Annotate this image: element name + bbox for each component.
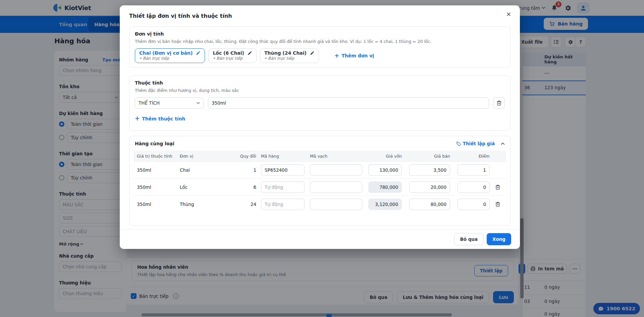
- units-section-description: Thêm đơn vị bán hoặc nhập như chai, lốc,…: [135, 39, 505, 44]
- variant-attribute: 350ml: [137, 202, 180, 207]
- variant-row: 350ml Thùng 24: [133, 196, 506, 213]
- barcode-input[interactable]: [310, 181, 362, 193]
- attribute-name-select[interactable]: THỂ TÍCH: [135, 97, 204, 109]
- delete-variant-button[interactable]: [494, 184, 502, 190]
- variant-conversion: 24: [231, 202, 256, 207]
- variant-unit: Thùng: [180, 202, 231, 207]
- modal-footer: Bỏ qua Xong: [120, 229, 520, 249]
- points-input[interactable]: [458, 181, 490, 193]
- price-setup-link[interactable]: Thiết lập giá: [456, 141, 495, 146]
- plus-icon: +: [334, 53, 339, 59]
- variant-conversion: 1: [231, 167, 256, 173]
- chevron-down-icon: [197, 102, 200, 104]
- trash-icon: [495, 202, 500, 207]
- attribute-value-input[interactable]: [208, 97, 489, 109]
- trash-icon: [495, 184, 500, 190]
- pencil-icon[interactable]: [248, 51, 252, 55]
- points-input[interactable]: [458, 199, 490, 210]
- attributes-section-title: Thuộc tính: [135, 80, 505, 86]
- delete-attribute-button[interactable]: [493, 97, 505, 109]
- variant-unit: Lốc: [180, 184, 231, 190]
- variant-unit: Chai: [180, 167, 231, 173]
- variant-attribute: 350ml: [137, 184, 180, 190]
- cost-input[interactable]: [368, 164, 402, 176]
- variants-section: Hàng cùng loại Thiết lập giá Giá trị thu…: [129, 136, 511, 226]
- chevron-up-icon: [501, 142, 505, 145]
- pencil-icon[interactable]: [196, 51, 201, 55]
- delete-variant-button[interactable]: [494, 202, 502, 207]
- attributes-section-description: Thêm đặc điểm như hương vị, dung tích, m…: [135, 88, 505, 93]
- product-code-input[interactable]: [261, 199, 305, 210]
- modal-title: Thiết lập đơn vị tính và thuộc tính: [129, 13, 232, 19]
- cost-input: [368, 199, 402, 210]
- add-unit-button[interactable]: + Thêm đơn vị: [334, 53, 374, 59]
- variant-row: 350ml Lốc 6: [133, 178, 506, 196]
- modal-skip-button[interactable]: Bỏ qua: [454, 233, 483, 245]
- plus-icon: +: [135, 116, 140, 121]
- unit-chip-chai[interactable]: Chai (Đơn vị cơ bản) Bán trực tiếp: [135, 48, 205, 63]
- unit-chip-thung[interactable]: Thùng (24 Chai) Bán trực tiếp: [260, 48, 319, 63]
- barcode-input[interactable]: [310, 199, 362, 210]
- units-section: Đơn vị tính Thêm đơn vị bán hoặc nhập nh…: [129, 27, 511, 67]
- units-section-title: Đơn vị tính: [135, 31, 505, 37]
- variant-row: 350ml Chai 1: [133, 161, 506, 178]
- variants-section-title: Hàng cùng loại: [135, 141, 174, 146]
- pencil-icon[interactable]: [310, 51, 315, 55]
- variant-attribute: 350ml: [137, 167, 180, 173]
- variant-conversion: 6: [231, 184, 256, 190]
- product-code-input[interactable]: [261, 181, 305, 193]
- trash-icon: [496, 100, 502, 106]
- unit-chip-loc[interactable]: Lốc (6 Chai) Bán trực tiếp: [208, 48, 257, 63]
- close-icon[interactable]: ✕: [506, 11, 511, 17]
- tag-icon: [456, 141, 461, 146]
- collapse-section-button[interactable]: [501, 142, 505, 145]
- product-code-input[interactable]: [261, 164, 305, 176]
- barcode-input[interactable]: [310, 164, 362, 176]
- cost-input: [368, 181, 402, 193]
- price-input[interactable]: [409, 164, 450, 176]
- unit-attribute-modal: Thiết lập đơn vị tính và thuộc tính ✕ Đơ…: [120, 5, 520, 249]
- points-input[interactable]: [458, 164, 490, 176]
- variants-table-header: Giá trị thuộc tính Đơn vị Quy đổi Mã hàn…: [133, 151, 506, 161]
- modal-done-button[interactable]: Xong: [487, 233, 511, 245]
- add-attribute-button[interactable]: + Thêm thuộc tính: [135, 116, 505, 121]
- attributes-section: Thuộc tính Thêm đặc điểm như hương vị, d…: [129, 75, 511, 130]
- price-input[interactable]: [409, 181, 450, 193]
- price-input[interactable]: [409, 199, 450, 210]
